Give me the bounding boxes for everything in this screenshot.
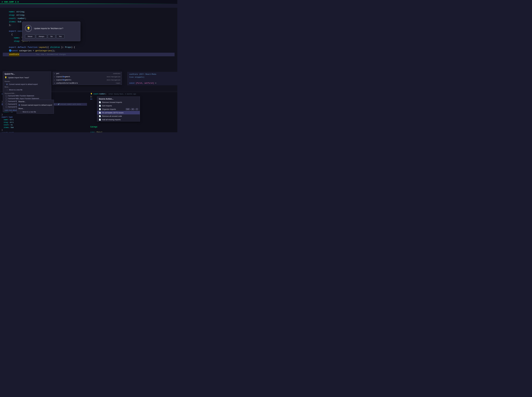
doc-icon: 📄 — [99, 105, 101, 107]
ac-source: next/navigation — [107, 76, 120, 78]
remove-unused-code-label: Remove all unused code — [102, 115, 122, 117]
convert-icon: ⚙ — [18, 104, 20, 106]
bulb-icon: 💡 — [5, 76, 7, 79]
context-menu: Rewrite... ⚙ Convert named export to def… — [17, 100, 54, 114]
br-name-line: name: "Pets", — [90, 131, 176, 132]
autocomplete-dropdown: ▷ pet useState ▷ LayoutSegment next/navi… — [53, 72, 122, 85]
checkbox-icon — [6, 98, 7, 99]
inline-suggestion: useState (ES7+ React/Redu tive snippets)… — [127, 72, 177, 85]
arrow-icon: → — [20, 111, 22, 113]
code-line: count: number; — [3, 17, 175, 20]
context-menu-move-file[interactable]: → Move to a new file — [17, 110, 54, 114]
context-menu-move[interactable]: Move... — [17, 107, 54, 110]
convert-text: Convert named export to default export — [21, 104, 52, 106]
code-line-empty — [3, 43, 175, 46]
doc-icon: 📄 — [99, 112, 101, 114]
dialog-yes-button[interactable]: Yes — [56, 35, 64, 38]
convert-export-item[interactable]: ⚙ Convert named export to default export — [3, 83, 51, 86]
move-file-item[interactable]: → Move to a new file — [3, 88, 51, 91]
autocomplete-item-layoutsegment[interactable]: ▷ LayoutSegment next/navigation — [53, 75, 122, 78]
ac-icon: ⊡ — [54, 82, 55, 84]
source-action-title: Source Action... — [97, 97, 140, 100]
import-dialog: 💡 Update imports for 'fetchItem.tsx'? Ne… — [22, 22, 80, 41]
source-action-sort[interactable]: 📄 Sort Imports — [97, 104, 140, 107]
organize-imports-label: Organize Imports — [102, 108, 116, 110]
doc-icon: 📄 — [99, 101, 101, 103]
bl-line: export type — [2, 116, 87, 118]
top-bar-line — [0, 4, 177, 4]
sort-imports-label: Sort Imports — [102, 105, 112, 107]
dialog-buttons: Never Always No Yes — [25, 35, 78, 38]
bl-line: } — [2, 129, 87, 131]
source-action-organize[interactable]: 📄 Organize Imports Shift + Alt + O — [97, 107, 140, 111]
doc-icon: 📄 — [99, 115, 101, 117]
autocomplete-item-usesync[interactable]: ⊡ useSyncExternalStore react — [53, 81, 122, 85]
checkbox-icon — [6, 100, 7, 102]
checkbox-icon — [6, 103, 7, 105]
source-action-popup: Source Action... 📄 Remove Unused Imports… — [97, 97, 140, 121]
remove-unused-label: Remove Unused Imports — [102, 101, 122, 103]
refactor-title: Rewrite... — [3, 80, 51, 83]
git-blame: Arkar Kaung Myat, 2 months ago — [109, 93, 136, 95]
ac-name: pet — [56, 73, 60, 74]
code-line-usestate: useState You, now • Uncommitted changes — [3, 53, 175, 56]
code-line-export-default: export default function Layout({ childre… — [3, 46, 175, 49]
ac-name: LayoutSegments — [56, 79, 71, 81]
surround-title: Surround With... — [3, 92, 51, 94]
app-title: # VAR.CAMP 2.0 — [2, 1, 19, 3]
inline-suggest-text: useState (ES7+ React/Redu tive snippets) — [129, 73, 176, 79]
bl-line: name: stri — [2, 118, 87, 121]
inline-suggest-line2: tive snippets) — [129, 76, 144, 78]
surround-async-label: Surround With: Async Function Statement — [8, 98, 39, 99]
code-line: name: string; — [3, 10, 175, 14]
alt-key: Alt — [131, 108, 134, 110]
ac-source: react — [116, 82, 120, 84]
dialog-never-button[interactable]: Never — [25, 35, 35, 38]
doc-icon: 📄 — [99, 108, 101, 110]
checkbox-icon — [6, 95, 7, 97]
bl-line: items: Sub — [2, 126, 87, 129]
autocomplete-item-pet[interactable]: ▷ pet useState — [53, 72, 122, 75]
context-menu-rewrite[interactable]: Rewrite... — [17, 100, 54, 103]
autocomplete-item-layoutsegments[interactable]: ▷ LayoutSegments next/navigation — [53, 78, 122, 81]
fix-js-label: Fix all fixable JS/TS issues — [102, 112, 124, 114]
ac-source: useState — [113, 73, 120, 74]
code-line: slug: string; — [3, 14, 175, 17]
move-label: Move to a new file — [9, 89, 22, 91]
dialog-no-button[interactable]: No — [48, 35, 55, 38]
inline-const-preview: const [first, setfirst] = — [129, 82, 176, 84]
ac-source: next/navigation — [107, 79, 120, 81]
dialog-header: 💡 Update imports for 'fetchItem.tsx'? — [25, 25, 78, 32]
add-imports-label: Add all missing imports — [102, 118, 121, 121]
source-action-remove-unused[interactable]: 📄 Remove Unused Imports — [97, 100, 140, 104]
bl-line: slug: stri — [2, 121, 87, 124]
shift-key: Shift — [126, 108, 130, 110]
catego-label: Catego — [90, 126, 97, 128]
source-action-add-imports[interactable]: 📄 Add all missing imports — [97, 118, 140, 121]
ac-icon: ▷ — [54, 79, 55, 81]
source-action-fix-js[interactable]: 📄 Fix all fixable JS/TS issues — [97, 111, 140, 114]
surround-fn-item[interactable]: Surround With: Function Statement — [3, 94, 51, 97]
inline-suggest-line1: useState (ES7+ React/Redu — [129, 73, 156, 75]
checkbox-icon — [6, 106, 7, 108]
code-line-const: 🔵const categories = getCategories(); — [3, 49, 175, 53]
ac-name: useSyncExternalStore — [56, 82, 78, 84]
move-title: Move... — [3, 86, 51, 88]
quick-fix-item-label: Update import from "react" — [8, 77, 29, 79]
surround-fn-label: Surround With: Function Statement — [8, 95, 34, 97]
br-count-line: 💡 count: number; Arkar Kaung Myat, 2 mon… — [90, 93, 176, 95]
source-action-remove-unused-code[interactable]: 📄 Remove all unused code — [97, 114, 140, 118]
move-file-text: Move to a new file — [23, 111, 36, 113]
bl-line: export const — [2, 131, 87, 132]
move-icon: → — [6, 89, 8, 91]
quick-fix-title: Quick Fix... — [3, 72, 51, 75]
dialog-always-button[interactable]: Always — [36, 35, 47, 38]
br-catego: Catego — [90, 125, 176, 129]
quick-fix-update-import[interactable]: 💡 Update import from "react" — [3, 75, 51, 80]
o-key: O — [136, 108, 138, 110]
surround-async-item[interactable]: Surround With: Async Function Statement — [3, 97, 51, 100]
ac-icon: ▷ — [54, 73, 55, 74]
code-editor: name: string; slug: string; count: numbe… — [0, 8, 177, 132]
top-bar: # VAR.CAMP 2.0 — [0, 0, 177, 4]
context-menu-convert[interactable]: ⚙ Convert named export to default export — [17, 103, 54, 107]
